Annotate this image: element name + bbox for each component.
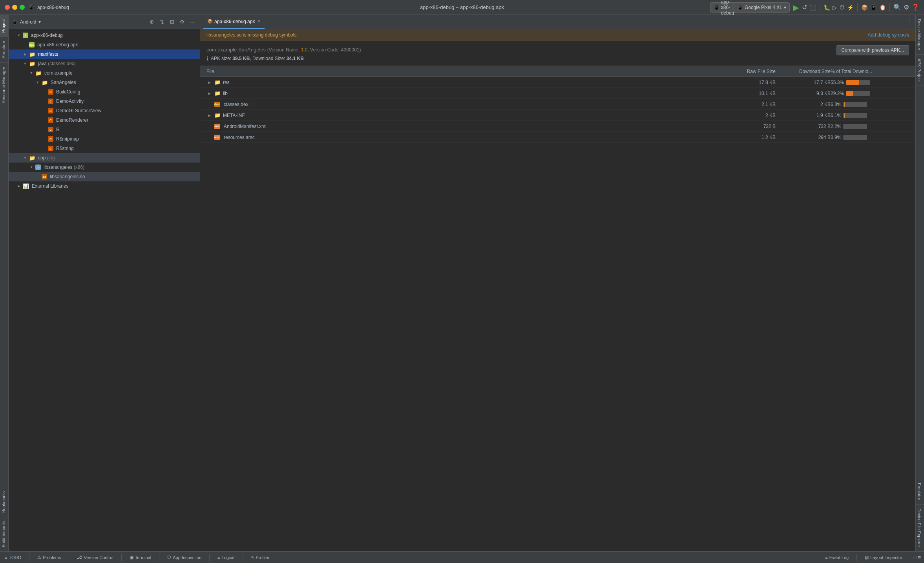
tree-item-rmipmap[interactable]: ▶ C R$mipmap — [9, 134, 200, 144]
status-event-log[interactable]: ≡ Event Log — [824, 552, 850, 563]
status-layout-inspector[interactable]: ▧ Layout Inspector — [863, 552, 904, 563]
tree-item-r[interactable]: ▶ C R — [9, 125, 200, 134]
tree-item-buildconfig[interactable]: ▶ C BuildConfig — [9, 87, 200, 97]
apk-size-value: 39.5 KB — [232, 56, 250, 61]
close-button[interactable] — [5, 5, 10, 10]
run-button[interactable]: ▶ — [793, 3, 799, 12]
expand-arrow[interactable]: ▼ — [22, 61, 28, 66]
tree-item-libsanangeles-so[interactable]: ▶ so libsanangeles.so — [9, 172, 200, 181]
structure-tab[interactable]: Structure — [0, 37, 9, 62]
filter-button[interactable]: ⊟ — [168, 18, 176, 26]
stop-button[interactable]: ⬛ — [809, 4, 816, 11]
tree-item-demorenderer[interactable]: ▶ C DemoRenderer — [9, 115, 200, 125]
project-tab[interactable]: Project — [0, 15, 9, 37]
table-row-resources-arsc[interactable]: ▶ arsc resources.arsc 1.2 KB 294 B 0.9% — [200, 132, 915, 143]
profiler-label: Profiler — [256, 555, 270, 560]
settings-button[interactable]: ⚙ — [904, 4, 909, 11]
tree-item-apk[interactable]: ▶ apk app-x86-debug.apk — [9, 40, 200, 49]
status-app-inspection[interactable]: ⬡ App Inspection — [166, 552, 203, 563]
table-row-lib[interactable]: ▶ 📁 lib 10.1 KB 9.3 KB 29.2% — [200, 88, 915, 99]
expand-arrow[interactable]: ▼ — [29, 165, 34, 170]
status-icon-2[interactable]: ≡ — [918, 554, 921, 560]
run-config-dropdown[interactable]: 📱 app-x86-debug ▾ — [720, 2, 731, 13]
apk-tab[interactable]: 📦 app-x86-debug.apk ✕ — [203, 15, 265, 29]
add-debug-symbols-link[interactable]: Add debug symbols — [868, 32, 909, 38]
device-file-explorer-tab[interactable]: Device File Explorer — [916, 505, 924, 551]
rerun-button[interactable]: ↺ — [802, 4, 807, 11]
debug-button[interactable]: 🐛 — [824, 4, 830, 11]
scope-button[interactable]: ⊕ — [147, 18, 156, 26]
expand-row-arrow[interactable]: ▶ — [206, 80, 212, 85]
emulator-tab[interactable]: Emulator — [916, 479, 924, 505]
expand-row-arrow[interactable]: ▶ — [206, 113, 212, 118]
maximize-button[interactable] — [20, 5, 25, 10]
status-version-control[interactable]: ⎇ Version Control — [75, 552, 115, 563]
class-icon: C — [48, 117, 53, 123]
tree-item-external-libraries[interactable]: ▶ 📊 External Libraries — [9, 181, 200, 191]
tree-item-manifests[interactable]: ▶ 📁 manifests — [9, 49, 200, 59]
avd-manager-button[interactable]: 📱 — [870, 4, 877, 11]
help-button[interactable]: ❓ — [911, 4, 919, 11]
apk-project-tab[interactable]: APK Project — [916, 55, 924, 86]
settings-project-button[interactable]: ⚙ — [178, 18, 186, 26]
status-logcat[interactable]: ≡ Logcat — [216, 552, 236, 563]
separator — [29, 554, 29, 561]
dropdown-arrow[interactable]: ▾ — [38, 19, 41, 25]
tree-item-rstring[interactable]: ▶ C R$string — [9, 144, 200, 153]
expand-arrow[interactable]: ▼ — [22, 155, 28, 161]
bookmarks-tab[interactable]: Bookmarks — [0, 487, 9, 517]
expand-arrow[interactable]: ▼ — [29, 70, 34, 76]
expand-arrow[interactable]: ▼ — [16, 33, 22, 38]
tree-item-app[interactable]: ▼ A app-x86-debug — [9, 31, 200, 40]
col-raw-size: Raw File Size — [721, 69, 776, 74]
run-coverage-button[interactable]: ▷ — [833, 4, 837, 11]
tree-item-libsanangeles-group[interactable]: ▼ ib libsanangeles (x86) — [9, 163, 200, 172]
expand-arrow[interactable]: ▶ — [16, 183, 22, 189]
logcat-label: Logcat — [221, 555, 234, 560]
device-dropdown[interactable]: 📱 Google Pixel 4 XL ▾ — [734, 2, 790, 13]
file-name-meta-inf: META-INF — [223, 113, 245, 118]
minimize-button[interactable] — [12, 5, 17, 10]
bar-arsc — [844, 135, 867, 140]
status-icon-1[interactable]: □ — [913, 554, 917, 560]
device-manager-tab[interactable]: Device Manager — [916, 15, 924, 55]
close-panel-button[interactable]: — — [188, 18, 197, 26]
content-area: 📦 app-x86-debug.apk ✕ ⋮ libsanangeles.so… — [200, 15, 915, 551]
tree-item-demoglsurfaceview[interactable]: ▶ C DemoGLSurfaceView — [9, 106, 200, 115]
status-todo[interactable]: ≡ TODO — [3, 552, 23, 563]
table-row-classes-dex[interactable]: ▶ dex classes.dex 2.1 KB 2 KB 6.3% — [200, 99, 915, 110]
tab-close-button[interactable]: ✕ — [257, 19, 261, 24]
table-row-res[interactable]: ▶ 📁 res 17.8 KB 17.7 KB 55.3% — [200, 77, 915, 88]
apply-changes-button[interactable]: ⚡ — [847, 4, 854, 11]
problems-label: Problems — [43, 555, 61, 560]
device-mirror-button[interactable]: 🪞 — [879, 4, 886, 11]
expand-arrow[interactable]: ▼ — [35, 80, 40, 85]
profiler-button[interactable]: ⏱ — [839, 4, 845, 11]
bar-fill-res — [846, 80, 859, 85]
tree-item-sanangeles[interactable]: ▼ 📁 SanAngeles — [9, 78, 200, 87]
project-panel: 📱 Android ▾ ⊕ ⇅ ⊟ ⚙ — ▼ A app-x86-debug — [9, 15, 200, 551]
expand-row-arrow[interactable]: ▶ — [206, 91, 212, 96]
table-row-android-manifest[interactable]: ▶ xml AndroidManifest.xml 732 B 732 B 2.… — [200, 121, 915, 132]
search-button[interactable]: 🔍 — [893, 4, 901, 11]
sdk-manager-button[interactable]: 📦 — [861, 4, 868, 11]
status-terminal[interactable]: ▣ Terminal — [128, 552, 153, 563]
collapse-all-button[interactable]: ⇅ — [157, 18, 166, 26]
separator — [243, 554, 243, 561]
build-variants-tab[interactable]: Build Variants — [0, 517, 9, 551]
tree-item-cpp[interactable]: ▼ 📁 cpp (lib) — [9, 153, 200, 163]
tree-item-com-example[interactable]: ▼ 📁 com.example — [9, 68, 200, 78]
table-row-meta-inf[interactable]: ▶ 📁 META-INF 2 KB 1.9 KB 6.1% — [200, 110, 915, 121]
todo-icon: ≡ — [5, 555, 7, 560]
folder-icon: 📁 — [29, 61, 35, 67]
resource-manager-tab[interactable]: Resource Manager — [0, 62, 9, 108]
more-tabs-button[interactable]: ⋮ — [906, 18, 912, 26]
compare-apk-button[interactable]: Compare with previous APK... — [836, 45, 909, 55]
apk-tab-icon: 📦 — [207, 19, 213, 24]
tree-item-demoactivity[interactable]: ▶ C DemoActivity — [9, 97, 200, 106]
tree-item-java[interactable]: ▼ 📁 java (classes.dex) — [9, 59, 200, 68]
status-problems[interactable]: ⚠ Problems — [36, 552, 62, 563]
bar-fill-meta-inf — [844, 113, 845, 118]
status-profiler[interactable]: ∿ Profiler — [249, 552, 271, 563]
expand-arrow[interactable]: ▶ — [22, 51, 28, 57]
